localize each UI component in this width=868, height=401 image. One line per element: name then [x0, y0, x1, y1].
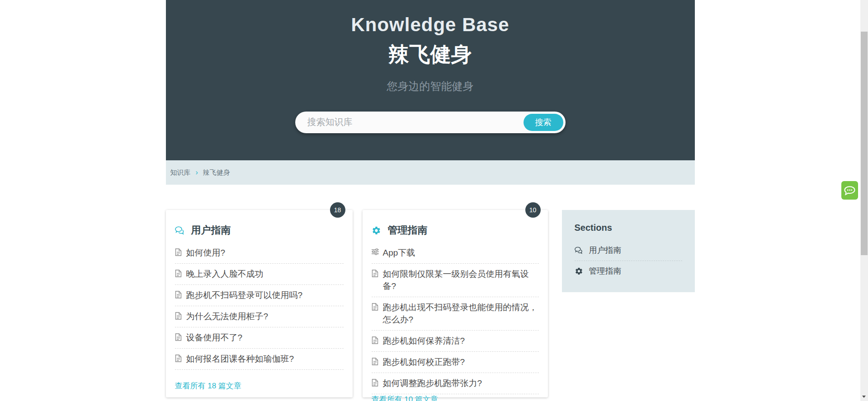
article-link[interactable]: 跑步机出现不扫码登录也能使用的情况，怎么办? [372, 297, 539, 331]
article-title: 如何调整跑步机跑带张力? [383, 377, 482, 389]
brand-tagline: 您身边的智能健身 [166, 79, 695, 93]
view-all-link[interactable]: 查看所有 18 篇文章 [175, 381, 344, 397]
gear-icon [575, 266, 583, 276]
knowledge-base-title: Knowledge Base [166, 14, 695, 36]
article-title: 跑步机如何保养清洁? [383, 335, 465, 347]
view-all-link[interactable]: 查看所有 10 篇文章 [372, 394, 539, 401]
file-icon [175, 248, 182, 256]
article-list: App下载 如何限制仅限某一级别会员使用有氧设备? 跑步机出现不扫码登录也能使用… [372, 242, 539, 394]
article-link[interactable]: App下载 [372, 242, 539, 264]
sections-panel-title: Sections [575, 223, 682, 233]
article-link[interactable]: 设备使用不了? [175, 327, 344, 349]
comments-icon [175, 225, 187, 236]
file-icon [175, 354, 182, 362]
file-icon [372, 270, 379, 277]
article-link[interactable]: 如何报名团课各种如瑜伽班? [175, 349, 344, 370]
section-card-user-guide: 18 用户指南 如何使用? 晚上录入人脸不成功 跑步机不扫码登录可以使用吗? 为… [166, 210, 353, 397]
search-button[interactable]: 搜索 [524, 114, 563, 131]
file-icon [372, 336, 379, 344]
article-count-badge: 18 [330, 202, 345, 218]
article-link[interactable]: 如何限制仅限某一级别会员使用有氧设备? [372, 264, 539, 297]
article-title: 如何限制仅限某一级别会员使用有氧设备? [383, 268, 539, 292]
sections-list: 用户指南 管理指南 [575, 240, 682, 281]
article-link[interactable]: 如何调整跑步机跑带张力? [372, 373, 539, 394]
file-icon [175, 291, 182, 298]
livechat-bubble-icon [844, 185, 856, 196]
article-title: 为什么无法使用柜子? [186, 310, 269, 322]
sections-panel: Sections 用户指南 管理指南 [562, 210, 695, 292]
gear-icon [372, 225, 383, 236]
sidebar-section-item[interactable]: 用户指南 [575, 240, 682, 261]
article-link[interactable]: 如何使用? [175, 242, 344, 264]
sidebar-item-label: 用户指南 [589, 245, 622, 256]
file-icon [175, 312, 182, 320]
file-icon [175, 270, 182, 277]
article-title: App下载 [383, 247, 415, 259]
section-title: 管理指南 [388, 224, 428, 237]
scrollbar-down-arrow-icon[interactable] [862, 396, 866, 398]
livechat-button[interactable] [841, 181, 858, 200]
breadcrumb-strip: 知识库 › 辣飞健身 [166, 160, 695, 185]
article-count-badge: 10 [525, 202, 541, 218]
search-input[interactable] [307, 112, 501, 132]
scrollbar-thumb[interactable] [861, 32, 868, 255]
scrollbar[interactable] [860, 0, 868, 401]
article-title: 跑步机如何校正跑带? [383, 356, 465, 368]
main-content: 18 用户指南 如何使用? 晚上录入人脸不成功 跑步机不扫码登录可以使用吗? 为… [166, 210, 695, 397]
search-bar: 搜索 [295, 112, 566, 133]
chevron-right-icon: › [196, 169, 198, 176]
article-link[interactable]: 晚上录入人脸不成功 [175, 264, 344, 285]
page: Knowledge Base 辣飞健身 您身边的智能健身 搜索 知识库 › 辣飞… [0, 0, 860, 401]
article-title: 跑步机出现不扫码登录也能使用的情况，怎么办? [383, 301, 539, 326]
article-title: 晚上录入人脸不成功 [186, 268, 264, 280]
article-link[interactable]: 为什么无法使用柜子? [175, 306, 344, 327]
sliders-icon [372, 248, 379, 255]
sidebar-section-item[interactable]: 管理指南 [575, 261, 682, 281]
article-title: 如何使用? [186, 247, 226, 259]
article-link[interactable]: 跑步机不扫码登录可以使用吗? [175, 285, 344, 306]
section-card-admin-guide: 10 管理指南 App下载 如何限制仅限某一级别会员使用有氧设备? 跑步机出现不… [363, 210, 548, 397]
file-icon [372, 303, 379, 311]
brand-title: 辣飞健身 [166, 42, 695, 67]
section-title: 用户指南 [191, 224, 231, 237]
file-icon [372, 358, 379, 365]
article-title: 设备使用不了? [186, 331, 243, 344]
file-icon [175, 333, 182, 341]
section-header[interactable]: 用户指南 [175, 224, 344, 237]
breadcrumb-link-knowledge-base[interactable]: 知识库 [170, 168, 191, 177]
article-title: 如何报名团课各种如瑜伽班? [186, 353, 294, 365]
sidebar-item-label: 管理指南 [589, 266, 622, 276]
article-link[interactable]: 跑步机如何校正跑带? [372, 352, 539, 373]
breadcrumb-current: 辣飞健身 [203, 168, 230, 177]
hero-header: Knowledge Base 辣飞健身 您身边的智能健身 搜索 [166, 0, 695, 160]
article-link[interactable]: 跑步机如何保养清洁? [372, 331, 539, 352]
article-list: 如何使用? 晚上录入人脸不成功 跑步机不扫码登录可以使用吗? 为什么无法使用柜子… [175, 242, 344, 370]
article-title: 跑步机不扫码登录可以使用吗? [186, 289, 303, 301]
breadcrumb: 知识库 › 辣飞健身 [166, 160, 695, 185]
file-icon [372, 379, 379, 387]
comments-icon [575, 246, 583, 255]
section-header[interactable]: 管理指南 [372, 224, 539, 237]
